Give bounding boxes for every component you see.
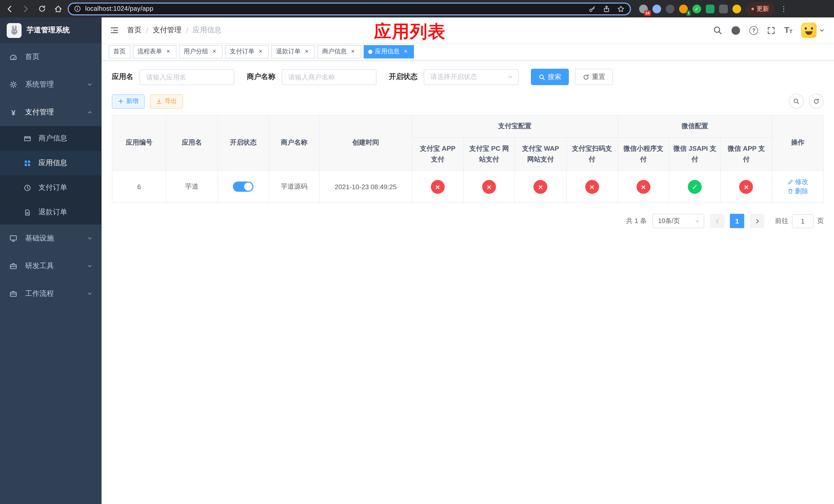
- extension-icon-8[interactable]: [732, 4, 741, 13]
- breadcrumb-item[interactable]: 首页: [127, 26, 141, 35]
- help-icon[interactable]: ?: [749, 26, 758, 35]
- chevron-left-icon: [714, 219, 720, 224]
- col-header-alipay-pc: 支付宝 PC 网站支付: [463, 138, 515, 171]
- share-icon[interactable]: [603, 5, 610, 13]
- extension-icon-4[interactable]: 1: [679, 4, 688, 13]
- extension-icon-5[interactable]: ✓: [693, 4, 701, 13]
- app-logo[interactable]: 芋道管理系统: [0, 18, 102, 43]
- goto-page-input[interactable]: [792, 214, 813, 228]
- alipay-pc-status-icon: ×: [482, 180, 496, 194]
- active-dot-icon: [368, 49, 372, 53]
- tab-payment-orders[interactable]: 支付订单×: [225, 45, 269, 58]
- monitor-icon: [9, 234, 18, 243]
- app-frame: 芋道管理系统 首页 系统管理 ¥ 支付管理: [0, 18, 834, 504]
- alipay-qr-status-icon: ×: [585, 180, 599, 194]
- tab-app-info[interactable]: 应用信息×: [364, 45, 414, 58]
- search-button[interactable]: 搜索: [531, 69, 569, 85]
- status-toggle[interactable]: [233, 182, 254, 192]
- sidebar-item-label: 支付订单: [39, 183, 67, 192]
- prev-page-button[interactable]: [710, 214, 724, 228]
- extension-icon-2[interactable]: [653, 4, 661, 13]
- breadcrumb: 首页 / 支付管理 / 应用信息: [127, 26, 222, 35]
- fullscreen-icon[interactable]: [767, 26, 775, 35]
- close-icon[interactable]: ×: [303, 48, 310, 55]
- page-title-overlay: 应用列表: [374, 20, 446, 44]
- tab-refund-orders[interactable]: 退款订单×: [271, 45, 315, 58]
- add-button[interactable]: 新增: [112, 94, 145, 109]
- sidebar-item-dev-tools[interactable]: 研发工具: [0, 252, 102, 280]
- sidebar-item-payment[interactable]: ¥ 支付管理: [0, 98, 102, 126]
- user-menu[interactable]: [801, 23, 825, 38]
- browser-menu-icon[interactable]: ⋮: [779, 5, 788, 13]
- sidebar-item-home[interactable]: 首页: [0, 43, 102, 71]
- toolbox-icon: [9, 262, 18, 270]
- tab-process-form[interactable]: 流程表单×: [133, 45, 176, 58]
- screen: localhost:1024/pay/app 10 1 ✓ 更新 ⋮: [0, 0, 834, 504]
- sidebar-toggle-icon[interactable]: [102, 18, 127, 43]
- status-select-placeholder: 请选择开启状态: [430, 72, 477, 82]
- extension-icon-7[interactable]: [719, 4, 728, 13]
- close-icon[interactable]: ×: [164, 48, 172, 55]
- sidebar-item-payment-orders[interactable]: 支付订单: [0, 175, 102, 200]
- sidebar-item-label: 退款订单: [39, 208, 67, 217]
- search-icon: [793, 98, 799, 105]
- site-info-icon[interactable]: [74, 5, 81, 12]
- chevron-down-icon: [87, 263, 93, 269]
- address-bar[interactable]: localhost:1024/pay/app: [68, 2, 631, 15]
- toggle-search-button[interactable]: [789, 94, 804, 109]
- sidebar-item-workflow[interactable]: 工作流程: [0, 280, 102, 307]
- github-icon[interactable]: [731, 25, 741, 35]
- extension-icon-3[interactable]: [666, 4, 675, 13]
- sidebar-item-label: 首页: [25, 52, 40, 62]
- extension-icon-6[interactable]: [706, 4, 715, 13]
- password-key-icon[interactable]: [588, 5, 596, 13]
- sidebar-item-label: 应用信息: [39, 158, 67, 168]
- close-icon[interactable]: ×: [402, 48, 409, 55]
- browser-update-button[interactable]: 更新: [746, 2, 774, 16]
- back-icon[interactable]: [5, 4, 14, 13]
- tab-merchant-info[interactable]: 商户信息×: [317, 45, 361, 58]
- tab-home[interactable]: 首页: [109, 45, 130, 58]
- merchant-name-input[interactable]: [282, 69, 376, 85]
- status-select[interactable]: 请选择开启状态: [424, 69, 519, 85]
- close-icon[interactable]: ×: [257, 48, 264, 55]
- cell-actions: 修改 删除: [772, 171, 824, 203]
- sidebar-item-merchant-info[interactable]: 商户信息: [0, 126, 102, 151]
- cell-app-name: 芋道: [166, 171, 218, 203]
- sidebar-item-infrastructure[interactable]: 基础设施: [0, 225, 102, 252]
- breadcrumb-item-current: 应用信息: [193, 26, 222, 35]
- breadcrumb-item[interactable]: 支付管理: [153, 26, 181, 35]
- search-icon[interactable]: [713, 26, 722, 35]
- pagination: 共 1 条 10条/页 1 前往 页: [112, 214, 824, 228]
- font-size-icon[interactable]: TT: [784, 26, 792, 35]
- app-name-input[interactable]: [139, 69, 235, 85]
- extension-icon-1[interactable]: 10: [639, 4, 648, 13]
- close-icon[interactable]: ×: [349, 48, 356, 55]
- home-icon[interactable]: [54, 4, 63, 13]
- bookmark-star-icon[interactable]: [617, 5, 625, 13]
- reload-icon[interactable]: [38, 5, 46, 13]
- col-group-wechat: 微信配置: [618, 115, 772, 138]
- sidebar-item-system[interactable]: 系统管理: [0, 71, 102, 98]
- export-button[interactable]: 导出: [150, 94, 183, 109]
- sidebar-item-refund-orders[interactable]: 退款订单: [0, 200, 102, 225]
- col-header-actions: 操作: [772, 115, 824, 171]
- page-size-select[interactable]: 10条/页: [653, 214, 704, 228]
- wechat-app-status-icon: ×: [739, 180, 753, 194]
- close-icon[interactable]: ×: [211, 48, 218, 55]
- sidebar-item-app-info[interactable]: 应用信息: [0, 151, 102, 175]
- tab-user-group[interactable]: 用户分组×: [179, 45, 223, 58]
- next-page-button[interactable]: [750, 214, 764, 228]
- page-number-button[interactable]: 1: [730, 214, 744, 228]
- reset-button[interactable]: 重置: [575, 69, 613, 85]
- delete-link[interactable]: 删除: [787, 187, 808, 196]
- tabs-bar: 首页 流程表单× 用户分组× 支付订单× 退款订单× 商户信息× 应用信息×: [102, 43, 834, 61]
- alipay-app-status-icon: ×: [431, 180, 445, 194]
- edit-link[interactable]: 修改: [787, 178, 808, 187]
- forward-icon[interactable]: [22, 4, 30, 13]
- url-text: localhost:1024/pay/app: [85, 5, 584, 12]
- refresh-table-button[interactable]: [809, 94, 824, 109]
- gear-icon: [9, 81, 18, 89]
- sidebar-item-label: 系统管理: [25, 80, 54, 89]
- wechat-lite-status-icon: ×: [637, 180, 650, 194]
